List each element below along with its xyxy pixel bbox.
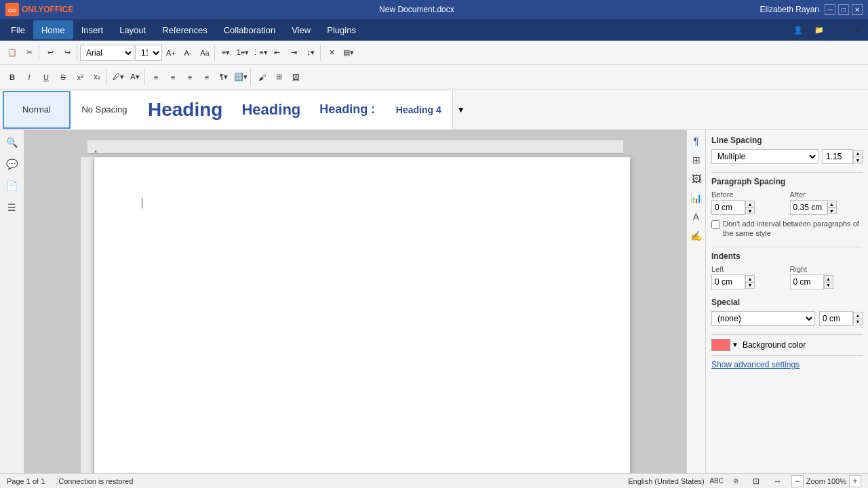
line-spacing-down-button[interactable]: ▼ [853,157,863,163]
bullet-list-button[interactable]: ≡▾ [218,45,234,61]
font-dec-button[interactable]: A- [180,45,196,61]
maximize-button[interactable]: □ [838,4,849,15]
style-no-spacing[interactable]: No Spacing [71,91,138,129]
paste-button[interactable]: 📋 [4,45,20,61]
image-settings-icon[interactable]: 🖼 [688,171,705,187]
line-spacing-up-button[interactable]: ▲ [853,150,863,157]
fit-page-button[interactable]: ⊡ [748,473,764,489]
align-center-button[interactable]: ≡ [165,69,181,85]
italic-button[interactable]: I [21,69,37,85]
justify-button[interactable]: ≡ [199,69,215,85]
underline-button[interactable]: U [38,69,54,85]
close-button[interactable]: ✕ [852,4,863,15]
line-spacing-value-input[interactable] [823,149,853,164]
cut-button[interactable]: ✂ [21,45,37,61]
spacing-before-input[interactable] [711,200,745,215]
strikethrough-button[interactable]: S [55,69,71,85]
background-color-label: Background color [743,340,806,350]
before-up-button[interactable]: ▲ [745,201,755,207]
style-heading2[interactable]: Heading [232,91,310,129]
copy-style-button[interactable]: ▤▾ [340,45,357,61]
table-settings-icon[interactable]: ⊞ [688,152,705,168]
zoom-in-button[interactable]: + [849,475,861,487]
special-value-input[interactable] [819,311,853,326]
right-indent-up-button[interactable]: ▲ [824,275,833,282]
special-type-select[interactable]: (none) [711,311,815,326]
increase-indent-button[interactable]: ⇥ [285,45,302,61]
signature-icon[interactable]: ✍ [688,228,705,244]
font-inc-button[interactable]: A+ [163,45,179,61]
line-spacing-type-select[interactable]: Multiple [711,149,818,164]
menu-insert[interactable]: Insert [73,20,112,39]
after-up-button[interactable]: ▲ [827,201,837,207]
after-down-button[interactable]: ▼ [827,207,837,214]
before-down-button[interactable]: ▼ [745,207,755,214]
insert-table-button[interactable]: ⊞ [271,69,287,85]
style-heading3[interactable]: Heading : [310,91,384,129]
special-down-button[interactable]: ▼ [853,319,863,325]
undo-button[interactable]: ↩ [42,45,58,61]
paragraph-settings-icon[interactable]: ¶ [688,133,705,149]
menu-layout[interactable]: Layout [111,20,154,39]
numbered-list-button[interactable]: 1≡▾ [235,45,251,61]
track-changes-button[interactable]: ⊘ [729,475,743,487]
case-button[interactable]: Aa [197,45,213,61]
font-group: Arial 11 A+ A- Aa [79,45,215,61]
insert-image-button[interactable]: 🖼 [288,69,304,85]
navigator-sidebar-button[interactable]: 📄 [3,176,22,195]
document-page[interactable] [94,157,630,473]
left-indent-input[interactable] [711,274,745,289]
fit-width-button[interactable]: ↔ [770,473,786,489]
special-up-button[interactable]: ▲ [853,312,863,319]
comments-sidebar-button[interactable]: 💬 [3,155,22,174]
style-heading4[interactable]: Heading 4 [384,91,452,129]
subscript-button[interactable]: x₂ [89,69,105,85]
left-indent-up-button[interactable]: ▲ [745,275,755,282]
highlight-button[interactable]: 🖊▾ [110,69,126,85]
decrease-indent-button[interactable]: ⇤ [269,45,285,61]
right-indent-down-button[interactable]: ▼ [824,282,833,289]
align-right-button[interactable]: ≡ [182,69,198,85]
font-family-select[interactable]: Arial [80,45,134,61]
zoom-out-button[interactable]: − [791,475,804,487]
superscript-button[interactable]: x² [72,69,88,85]
line-spacing-button[interactable]: ↕▾ [302,45,319,61]
chart-settings-icon[interactable]: 📊 [688,190,705,206]
redo-button[interactable]: ↪ [59,45,75,61]
add-user-button[interactable]: 👤+ [792,22,808,38]
language-indicator[interactable]: English (United States) [628,477,705,485]
bold-button[interactable]: B [4,69,20,85]
outline-sidebar-button[interactable]: ☰ [3,198,22,217]
text-art-icon[interactable]: A [688,209,705,225]
styles-more-button[interactable]: ▼ [452,91,469,129]
no-interval-checkbox[interactable] [711,220,720,229]
menu-view[interactable]: View [283,20,319,39]
shading-button[interactable]: 🔡▾ [233,69,249,85]
advanced-settings-row: Show advanced settings [711,360,863,369]
menu-file[interactable]: File [3,20,33,39]
folder-button[interactable]: 📁 [811,22,827,38]
style-heading1[interactable]: Heading [138,91,232,129]
search-sidebar-button[interactable]: 🔍 [3,133,22,152]
star-button[interactable]: ☆ [830,22,846,38]
align-left-button[interactable]: ≡ [148,69,164,85]
style-normal[interactable]: Normal [3,91,71,129]
clear-format-button[interactable]: ✕ [323,45,340,61]
background-color-picker[interactable]: ▼ [711,339,738,351]
menu-button[interactable]: ≡ [849,22,865,38]
font-size-select[interactable]: 11 [135,45,162,61]
minimize-button[interactable]: ─ [825,4,835,15]
menu-collaboration[interactable]: Collaboration [216,20,284,39]
multilevel-list-button[interactable]: ⋮≡▾ [252,45,268,61]
menu-home[interactable]: Home [33,20,73,39]
show-marks-button[interactable]: ¶▾ [216,69,232,85]
menu-plugins[interactable]: Plugins [319,20,364,39]
left-indent-down-button[interactable]: ▼ [745,282,755,289]
copy-format-button[interactable]: 🖌 [254,69,270,85]
font-color-button[interactable]: A▾ [127,69,143,85]
right-indent-input[interactable] [790,274,824,289]
show-advanced-button[interactable]: Show advanced settings [711,360,800,369]
menu-references[interactable]: References [154,20,215,39]
spacing-after-input[interactable] [790,200,827,215]
spell-check-button[interactable]: ABC [710,475,724,487]
